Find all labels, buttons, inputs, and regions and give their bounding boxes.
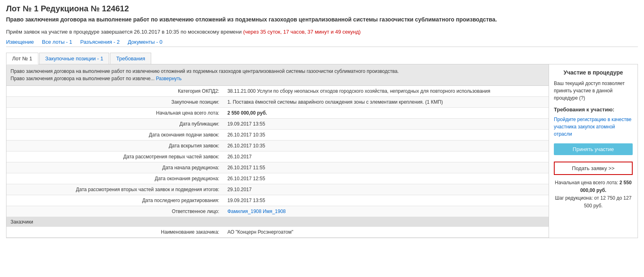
- nav-link-lots[interactable]: Все лоты - 1: [42, 39, 72, 45]
- price-label: Начальная цена всего лота:: [555, 180, 618, 185]
- deadline-static: Приём заявок на участие в процедуре заве…: [6, 29, 242, 35]
- customers-section-header: Заказчики: [6, 217, 549, 227]
- field-row-9: Дата рассмотрения вторых частей заявок и…: [6, 184, 549, 195]
- field-label-7: Дата начала редукциона:: [6, 162, 223, 173]
- field-value-2: 2 550 000,00 руб.: [223, 107, 549, 118]
- participation-text: Ваш текущий доступ позволяет принять уча…: [554, 80, 633, 102]
- navigation-links: Извещение Все лоты - 1 Разъяснения - 2 Д…: [6, 39, 638, 47]
- page-title: Лот № 1 Редукциона № 124612: [6, 4, 638, 13]
- field-row-0: Категория ОКПД2:38.11.21.000 Услуги по с…: [6, 86, 549, 97]
- tab-requirements[interactable]: Требования: [110, 53, 151, 64]
- field-row-2: Начальная цена всего лота:2 550 000,00 р…: [6, 107, 549, 118]
- price-info: Начальная цена всего лота: 2 550 000,00 …: [554, 179, 633, 210]
- field-value-3: 19.09.2017 13:55: [223, 118, 549, 129]
- field-value-8: 26.10.2017 12:55: [223, 173, 549, 184]
- field-label-4: Дата окончания подачи заявок:: [6, 129, 223, 140]
- customer-label: Наименование заказчика:: [6, 227, 223, 238]
- main-content: Право заключения договора на выполнение …: [6, 64, 638, 238]
- field-value-7: 26.10.2017 11:55: [223, 162, 549, 173]
- field-label-11: Ответственное лицо:: [6, 206, 223, 217]
- field-value-10: 19.09.2017 13:55: [223, 195, 549, 206]
- field-value-0: 38.11.21.000 Услуги по сбору неопасных о…: [223, 86, 549, 97]
- field-label-1: Закупочные позиции:: [6, 96, 223, 107]
- tab-lot1[interactable]: Лот № 1: [6, 53, 38, 64]
- tabs-container: Лот № 1 Закупочные позиции - 1 Требовани…: [6, 53, 638, 64]
- participation-title: Участие в процедуре: [554, 69, 633, 76]
- field-row-11: Ответственное лицо:Фамилия_1908 Имя_1908: [6, 206, 549, 217]
- field-label-10: Дата последнего редактирования:: [6, 195, 223, 206]
- field-label-9: Дата рассмотрения вторых частей заявок и…: [6, 184, 223, 195]
- field-row-6: Дата рассмотрения первых частей заявок:2…: [6, 151, 549, 162]
- field-value-4: 26.10.2017 10:35: [223, 129, 549, 140]
- description-line2: Право заключения договора на выполнение …: [11, 76, 154, 81]
- nav-link-razjasnenija[interactable]: Разъяснения - 2: [80, 39, 120, 45]
- customer-row: Наименование заказчика: АО "Концерн Росэ…: [6, 227, 549, 238]
- submit-application-button[interactable]: Подать заявку >>: [554, 162, 633, 175]
- tab-purchase-positions[interactable]: Закупочные позиции - 1: [39, 53, 110, 64]
- step-label: Шаг редукциона:: [555, 195, 593, 201]
- field-row-8: Дата окончания редукциона:26.10.2017 12:…: [6, 173, 549, 184]
- info-table: Категория ОКПД2:38.11.21.000 Услуги по с…: [6, 86, 549, 217]
- field-row-1: Закупочные позиции:1. Поставка ёмкостей …: [6, 96, 549, 107]
- field-label-8: Дата окончания редукциона:: [6, 173, 223, 184]
- nav-link-izveshenie[interactable]: Извещение: [6, 39, 34, 45]
- field-row-4: Дата окончания подачи заявок:26.10.2017 …: [6, 129, 549, 140]
- field-label-0: Категория ОКПД2:: [6, 86, 223, 97]
- description-line1: Право заключения договора на выполнение …: [11, 68, 399, 74]
- field-row-7: Дата начала редукциона:26.10.2017 11:55: [6, 162, 549, 173]
- field-label-2: Начальная цена всего лота:: [6, 107, 223, 118]
- field-value-5: 26.10.2017 10:35: [223, 140, 549, 151]
- field-label-3: Дата публикации:: [6, 118, 223, 129]
- expand-link[interactable]: Развернуть: [156, 76, 182, 81]
- description-box: Право заключения договора на выполнение …: [6, 64, 549, 86]
- field-row-10: Дата последнего редактирования:19.09.201…: [6, 195, 549, 206]
- field-row-3: Дата публикации:19.09.2017 13:55: [6, 118, 549, 129]
- left-panel: Право заключения договора на выполнение …: [6, 64, 549, 238]
- field-value-6: 26.10.2017: [223, 151, 549, 162]
- accept-participation-button[interactable]: Принять участие: [554, 143, 633, 155]
- requirements-title: Требования к участию:: [554, 107, 633, 113]
- right-panel: Участие в процедуре Ваш текущий доступ п…: [549, 64, 638, 238]
- field-value-1: 1. Поставка ёмкостей системы аварийного …: [223, 96, 549, 107]
- field-label-5: Дата вскрытия заявок:: [6, 140, 223, 151]
- field-row-5: Дата вскрытия заявок:26.10.2017 10:35: [6, 140, 549, 151]
- deadline-countdown: (через 35 суток, 17 часов, 37 минут и 49…: [243, 29, 361, 35]
- nav-link-documents[interactable]: Документы - 0: [128, 39, 163, 45]
- customer-table: Наименование заказчика: АО "Концерн Росэ…: [6, 227, 549, 238]
- requirements-link[interactable]: Пройдите регистрацию в качестве участник…: [554, 116, 633, 138]
- customer-value: АО "Концерн Росэнергоатом": [223, 227, 549, 238]
- field-label-6: Дата рассмотрения первых частей заявок:: [6, 151, 223, 162]
- page-subtitle: Право заключения договора на выполнение …: [6, 16, 638, 24]
- field-value-9: 29.10.2017: [223, 184, 549, 195]
- deadline-info: Приём заявок на участие в процедуре заве…: [6, 29, 638, 35]
- field-value-11[interactable]: Фамилия_1908 Имя_1908: [223, 206, 549, 217]
